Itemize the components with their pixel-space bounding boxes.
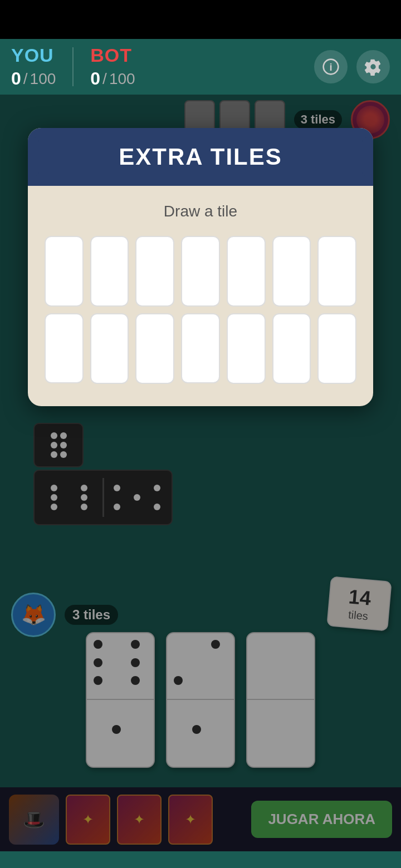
score-separator xyxy=(72,47,74,86)
extra-tile-2[interactable] xyxy=(90,236,129,307)
score-header: YOU 0 / 100 BOT 0 / 100 i xyxy=(0,39,401,95)
modal-subtitle: Draw a tile xyxy=(45,203,356,220)
bot-score: 0 / 100 xyxy=(90,68,135,89)
extra-tile-1[interactable] xyxy=(45,236,84,307)
extra-tile-7[interactable] xyxy=(317,236,356,307)
modal-overlay[interactable]: EXTRA TILES Draw a tile xyxy=(0,95,401,851)
bot-score-total: 100 xyxy=(109,70,135,88)
extra-tile-6[interactable] xyxy=(272,236,311,307)
you-section: YOU 0 / 100 xyxy=(11,45,56,89)
extra-tile-3[interactable] xyxy=(135,236,174,307)
bot-score-num: 0 xyxy=(90,68,100,89)
extra-tile-11[interactable] xyxy=(181,313,220,384)
you-score-total: 100 xyxy=(30,70,56,88)
info-button[interactable]: i xyxy=(314,50,348,83)
modal-body: Draw a tile xyxy=(28,186,373,406)
modal-banner: EXTRA TILES xyxy=(28,128,373,186)
you-score-num: 0 xyxy=(11,68,21,89)
you-score: 0 / 100 xyxy=(11,68,56,89)
you-label: YOU xyxy=(11,45,56,66)
settings-button[interactable] xyxy=(356,50,390,83)
extra-tile-4[interactable] xyxy=(181,236,220,307)
svg-text:i: i xyxy=(329,61,332,73)
extra-tile-14[interactable] xyxy=(317,313,356,384)
extra-tiles-modal: EXTRA TILES Draw a tile xyxy=(28,128,373,406)
game-area: 3 tiles EXTRA TILES Draw a tile xyxy=(0,95,401,851)
modal-title: EXTRA TILES xyxy=(119,144,282,170)
extra-tile-13[interactable] xyxy=(272,313,311,384)
extra-tile-8[interactable] xyxy=(45,313,84,384)
extra-tile-10[interactable] xyxy=(135,313,174,384)
extra-tile-9[interactable] xyxy=(90,313,129,384)
status-bar xyxy=(0,0,401,39)
bot-section: BOT 0 / 100 xyxy=(90,45,135,89)
bot-label: BOT xyxy=(90,45,135,66)
header-icons: i xyxy=(314,50,390,83)
extra-tile-5[interactable] xyxy=(227,236,266,307)
extra-tile-12[interactable] xyxy=(227,313,266,384)
tiles-grid xyxy=(45,236,356,384)
